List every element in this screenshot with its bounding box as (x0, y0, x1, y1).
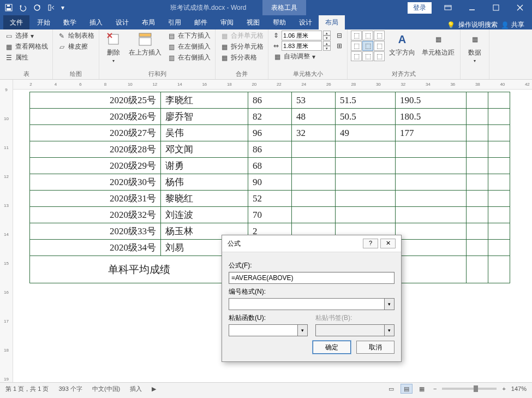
language[interactable]: 中文(中国) (92, 385, 120, 393)
table-cell[interactable]: 90 (248, 174, 292, 191)
table-cell[interactable]: 廖乔智 (161, 109, 248, 125)
undo-icon[interactable] (16, 1, 29, 14)
table-cell[interactable] (336, 158, 396, 174)
chevron-down-icon[interactable]: ▾ (384, 299, 394, 310)
chevron-down-icon[interactable]: ▾ (297, 325, 307, 336)
share-button[interactable]: 👤 共享 (501, 20, 524, 29)
table-cell[interactable]: 2020级29号 (30, 158, 161, 174)
table-cell[interactable]: 2020级25号 (30, 92, 161, 109)
table-cell[interactable]: 吴伟 (161, 125, 248, 141)
col-width-input[interactable] (282, 41, 322, 51)
table-cell[interactable] (488, 141, 510, 158)
table-cell[interactable]: 48 (292, 109, 336, 125)
table-cell[interactable]: 52 (248, 191, 292, 207)
align-br[interactable]: ⬚ (374, 51, 385, 61)
dialog-titlebar[interactable]: 公式 ? ✕ (222, 235, 401, 252)
align-tr[interactable]: ⬚ (374, 31, 385, 40)
table-cell[interactable] (336, 207, 396, 223)
width-down-icon[interactable]: ▾ (323, 46, 331, 51)
tab-table-design[interactable]: 设计 (292, 15, 319, 29)
table-cell[interactable] (488, 92, 510, 109)
table-cell[interactable]: 86 (248, 141, 292, 158)
table-cell[interactable] (292, 207, 336, 223)
table-cell[interactable]: 177 (396, 125, 467, 141)
table-cell[interactable] (467, 109, 488, 125)
table-cell[interactable] (292, 141, 336, 158)
paste-bookmark-combo[interactable]: ▾ (315, 324, 394, 336)
table-cell[interactable] (488, 223, 510, 240)
ok-button[interactable]: 确定 (313, 341, 351, 354)
paste-function-combo[interactable]: ▾ (229, 324, 308, 336)
table-cell[interactable] (396, 207, 467, 223)
chevron-down-icon[interactable]: ▾ (384, 325, 394, 336)
insert-mode[interactable]: 插入 (130, 385, 142, 393)
read-mode-icon[interactable]: ▭ (385, 384, 397, 394)
table-cell[interactable] (488, 158, 510, 174)
insert-above-button[interactable]: 在上方插入 (127, 31, 164, 58)
eraser-button[interactable]: ▱橡皮擦 (56, 41, 95, 52)
table-cell[interactable] (396, 223, 467, 240)
table-cell[interactable]: 2020级34号 (30, 240, 161, 256)
table-cell[interactable] (467, 174, 488, 191)
insert-right-button[interactable]: ▥在右侧插入 (166, 52, 212, 63)
maximize-icon[interactable] (484, 0, 508, 15)
ribbon-options-icon[interactable] (436, 0, 460, 15)
close-icon[interactable] (508, 0, 532, 15)
dialog-close-icon[interactable]: ✕ (380, 239, 396, 248)
table-row[interactable]: 2020级25号李晓红865351.5190.5 (30, 92, 510, 109)
split-cells-button[interactable]: ▦拆分单元格 (219, 41, 265, 52)
save-icon[interactable] (2, 1, 15, 14)
table-row[interactable]: 2020级30号杨伟90 (30, 174, 510, 191)
align-bc[interactable]: ⬚ (362, 51, 373, 61)
table-cell[interactable]: 李晓红 (161, 92, 248, 109)
table-cell[interactable]: 82 (248, 109, 292, 125)
properties-button[interactable]: ☰属性 (3, 52, 49, 63)
login-button[interactable]: 登录 (408, 2, 432, 14)
table-cell[interactable]: 2020级27号 (30, 125, 161, 141)
table-cell[interactable]: 2020级32号 (30, 207, 161, 223)
table-cell[interactable]: 190.5 (396, 92, 467, 109)
qat-dropdown-icon[interactable]: ▾ (59, 1, 67, 14)
table-cell[interactable] (336, 141, 396, 158)
table-cell[interactable] (292, 191, 336, 207)
table-cell[interactable]: 谢勇 (161, 158, 248, 174)
tab-review[interactable]: 审阅 (214, 15, 240, 29)
formula-input[interactable] (229, 272, 394, 284)
select-button[interactable]: ▭选择 ▾ (3, 31, 49, 41)
table-cell[interactable] (488, 109, 510, 125)
table-cell[interactable]: 180.5 (396, 109, 467, 125)
tab-layout[interactable]: 布局 (135, 15, 162, 29)
table-cell[interactable]: 32 (292, 125, 336, 141)
view-gridlines-button[interactable]: ▦查看网格线 (3, 41, 49, 52)
table-cell[interactable]: 70 (248, 207, 292, 223)
insert-left-button[interactable]: ▥在左侧插入 (166, 41, 212, 52)
data-button[interactable]: ▦数据▾ (464, 31, 486, 64)
table-cell[interactable] (467, 158, 488, 174)
table-cell[interactable] (467, 141, 488, 158)
web-layout-icon[interactable]: ▦ (416, 384, 428, 394)
table-cell[interactable]: 杨伟 (161, 174, 248, 191)
table-cell[interactable] (336, 174, 396, 191)
table-cell[interactable] (467, 92, 488, 109)
delete-button[interactable]: 删除▾ (103, 31, 124, 64)
table-cell[interactable] (467, 191, 488, 207)
page-number[interactable]: 第 1 页，共 1 页 (5, 385, 49, 393)
table-cell[interactable] (467, 240, 488, 256)
table-cell[interactable]: 2020级28号 (30, 141, 161, 158)
table-cell[interactable] (396, 256, 467, 283)
height-down-icon[interactable]: ▾ (323, 35, 331, 40)
tab-help[interactable]: 帮助 (266, 15, 292, 29)
table-cell[interactable]: 黎晓红 (161, 191, 248, 207)
tell-me-search[interactable]: 💡 操作说明搜索 (447, 20, 498, 29)
tab-view[interactable]: 视图 (240, 15, 266, 29)
table-cell[interactable]: 96 (248, 125, 292, 141)
merge-cells-button[interactable]: ▦合并单元格 (219, 31, 265, 41)
insert-below-button[interactable]: ▤在下方插入 (166, 31, 212, 41)
tab-design[interactable]: 设计 (109, 15, 135, 29)
table-cell[interactable] (336, 191, 396, 207)
table-cell[interactable] (396, 141, 467, 158)
zoom-in-icon[interactable]: + (500, 385, 507, 392)
table-cell[interactable] (488, 240, 510, 256)
minimize-icon[interactable] (460, 0, 484, 15)
touch-mode-icon[interactable] (45, 1, 58, 14)
